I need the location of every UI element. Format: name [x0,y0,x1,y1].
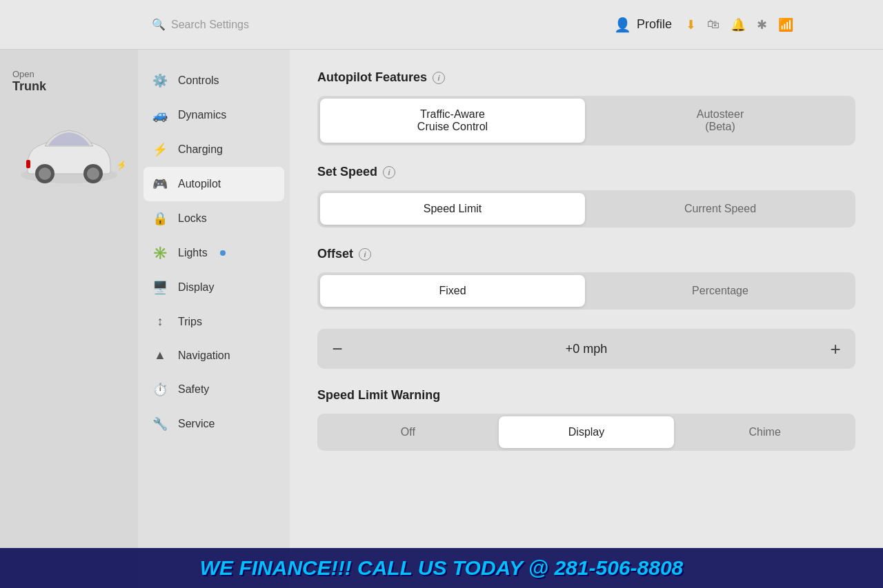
top-right-icons: 👤 Profile ⬇ 🛍 🔔 ✱ 📶 [614,17,793,33]
safety-icon: ⏱️ [152,382,168,397]
open-label: Open [12,69,126,79]
display-label: Display [178,281,214,294]
safety-label: Safety [178,383,209,396]
status-icons: ⬇ 🛍 🔔 ✱ 📶 [686,17,793,32]
search-input[interactable]: Search Settings [171,19,249,31]
current-speed-option[interactable]: Current Speed [588,193,853,225]
set-speed-title: Set Speed i [317,165,855,179]
sidebar-item-service[interactable]: 🔧 Service [138,407,290,441]
lights-dot [220,250,226,256]
speed-stepper: − +0 mph + [317,329,855,369]
sidebar-item-autopilot[interactable]: 🎮 Autopilot [143,167,284,201]
service-icon: 🔧 [152,416,168,432]
percentage-option[interactable]: Percentage [588,275,853,307]
charging-label: Charging [178,143,223,156]
minus-button[interactable]: − [320,332,355,366]
charging-icon: ⚡ [152,142,168,157]
offset-title: Offset i [317,247,855,261]
svg-point-2 [39,168,51,180]
speed-limit-warning-title: Speed Limit Warning [317,388,855,403]
svg-text:⚡: ⚡ [116,159,124,171]
sidebar-item-safety[interactable]: ⏱️ Safety [138,372,290,407]
search-area[interactable]: 🔍 Search Settings [152,18,249,31]
speed-limit-option[interactable]: Speed Limit [320,193,585,225]
set-speed-info-icon[interactable]: i [383,166,395,179]
navigation-label: Navigation [178,349,230,362]
sidebar-item-display[interactable]: 🖥️ Display [138,270,290,305]
sidebar-item-lights[interactable]: ✳️ Lights [138,236,290,270]
display-icon: 🖥️ [152,280,168,295]
search-icon: 🔍 [152,18,166,31]
controls-label: Controls [178,74,219,87]
plus-button[interactable]: + [818,332,853,366]
car-visual: ⚡ [7,113,131,196]
car-svg: ⚡ [14,113,124,196]
lights-label: Lights [178,247,208,259]
bluetooth-icon: ✱ [757,17,767,32]
autosteer-option[interactable]: Autosteer(Beta) [588,99,853,143]
trunk-label: Trunk [12,79,126,94]
stepper-value: +0 mph [355,342,818,356]
trips-icon: ↕️ [152,314,168,329]
sidebar-item-charging[interactable]: ⚡ Charging [138,132,290,167]
display-option[interactable]: Display [499,416,675,448]
tacc-option[interactable]: Traffic-AwareCruise Control [320,99,585,143]
trips-label: Trips [178,316,202,328]
dynamics-label: Dynamics [178,109,226,121]
download-icon: ⬇ [686,17,696,32]
autopilot-info-icon[interactable]: i [433,72,445,84]
sidebar-item-controls[interactable]: ⚙️ Controls [138,63,290,98]
autopilot-icon: 🎮 [152,176,168,192]
lights-icon: ✳️ [152,245,168,261]
locks-icon: 🔒 [152,211,168,226]
autopilot-features-title: Autopilot Features i [317,70,855,85]
set-speed-section: Set Speed i Speed Limit Current Speed [317,165,855,227]
sidebar-item-dynamics[interactable]: 🚙 Dynamics [138,98,290,132]
autopilot-features-section: Autopilot Features i Traffic-AwareCruise… [317,70,855,145]
warning-text: WE FINANCE!!! CALL US TODAY @ 281-506-88… [200,556,684,579]
sidebar-item-navigation[interactable]: ▲ Navigation [138,338,290,372]
offset-info-icon[interactable]: i [359,248,371,261]
speed-limit-warning-section: Speed Limit Warning Off Display Chime [317,388,855,451]
profile-area[interactable]: 👤 Profile [614,17,672,33]
service-label: Service [178,418,215,430]
trunk-button[interactable]: Open Trunk [7,63,131,99]
warning-options-group: Off Display Chime [317,414,855,451]
dynamics-icon: 🚙 [152,108,168,123]
chime-option[interactable]: Chime [677,416,853,448]
main-content: Open Trunk [0,50,883,588]
offset-section: Offset i Fixed Percentage − +0 mph + [317,247,855,369]
settings-panel: Autopilot Features i Traffic-AwareCruise… [290,50,883,588]
svg-point-4 [87,168,99,180]
autopilot-label: Autopilot [178,178,221,190]
warning-banner: WE FINANCE!!! CALL US TODAY @ 281-506-88… [0,548,883,588]
set-speed-options-group: Speed Limit Current Speed [317,190,855,227]
locks-label: Locks [178,212,207,225]
sidebar-item-trips[interactable]: ↕️ Trips [138,305,290,338]
bell-icon: 🔔 [731,17,746,32]
controls-icon: ⚙️ [152,73,168,88]
sidebar: ⚙️ Controls 🚙 Dynamics ⚡ Charging 🎮 Auto… [138,50,290,588]
navigation-icon: ▲ [152,348,168,363]
sidebar-item-locks[interactable]: 🔒 Locks [138,201,290,236]
fixed-option[interactable]: Fixed [320,275,585,307]
top-bar: 🔍 Search Settings 👤 Profile ⬇ 🛍 🔔 ✱ 📶 [0,0,883,50]
profile-icon: 👤 [614,17,631,33]
off-option[interactable]: Off [320,416,496,448]
signal-icon: 📶 [778,17,793,32]
offset-options-group: Fixed Percentage [317,272,855,310]
profile-label: Profile [637,17,672,32]
svg-rect-5 [26,160,30,168]
bag-icon: 🛍 [707,17,720,32]
autopilot-options-group: Traffic-AwareCruise Control Autosteer(Be… [317,96,855,145]
left-panel: Open Trunk [0,50,138,588]
